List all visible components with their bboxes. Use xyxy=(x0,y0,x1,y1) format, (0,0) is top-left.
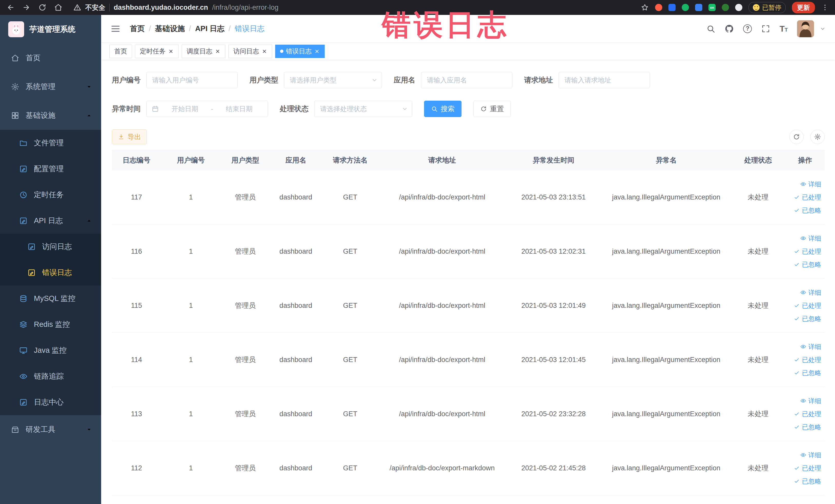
sidebar-item-error-log[interactable]: 错误日志 xyxy=(0,260,101,285)
search-button[interactable]: 搜索 xyxy=(424,101,462,117)
sidebar-item-mysql[interactable]: MySQL 监控 xyxy=(0,285,101,311)
search-icon[interactable] xyxy=(706,24,715,33)
sidebar-item-dev-tools[interactable]: 研发工具 xyxy=(0,415,101,444)
hamburger-icon[interactable] xyxy=(110,24,121,34)
tab-access-log[interactable]: 访问日志 xyxy=(228,45,272,58)
close-icon[interactable] xyxy=(314,48,320,54)
action-detail-link[interactable]: 详细 xyxy=(800,288,821,297)
sidebar-item-access-log[interactable]: 访问日志 xyxy=(0,234,101,260)
sidebar-item-system[interactable]: 系统管理 xyxy=(0,73,101,101)
refresh-icon xyxy=(793,133,800,140)
font-size-icon[interactable] xyxy=(779,25,788,33)
tab-job[interactable]: 定时任务 xyxy=(135,45,179,58)
browser-back-icon[interactable] xyxy=(6,3,15,12)
close-icon[interactable] xyxy=(262,48,267,54)
action-label: 详细 xyxy=(808,234,821,243)
action-ignore-link[interactable]: 已忽略 xyxy=(794,260,821,269)
app-name-cell: dashboard xyxy=(270,387,322,441)
action-ignore-link[interactable]: 已忽略 xyxy=(794,423,821,431)
action-detail-link[interactable]: 详细 xyxy=(800,180,821,188)
browser-reload-icon[interactable] xyxy=(38,3,47,12)
column-settings-button[interactable] xyxy=(810,130,825,144)
breadcrumb-item[interactable]: 基础设施 xyxy=(145,24,185,34)
sidebar-item-infra[interactable]: 基础设施 xyxy=(0,101,101,130)
sidebar-item-label: 配置管理 xyxy=(34,164,64,174)
action-ignore-link[interactable]: 已忽略 xyxy=(794,369,821,377)
action-ignore-link[interactable]: 已忽略 xyxy=(794,477,821,485)
sidebar-item-java[interactable]: Java 监控 xyxy=(0,337,101,363)
browser-home-icon[interactable] xyxy=(54,3,63,12)
action-ignore-link[interactable]: 已忽略 xyxy=(794,315,821,323)
action-detail-link[interactable]: 详细 xyxy=(800,451,821,459)
sidebar-item-job[interactable]: 定时任务 xyxy=(0,182,101,208)
close-icon[interactable] xyxy=(215,48,221,54)
process-status-select-input[interactable] xyxy=(314,101,412,117)
docpen-icon xyxy=(19,398,28,407)
help-icon[interactable] xyxy=(743,24,752,33)
paused-badge[interactable]: 已暂停 xyxy=(749,2,786,13)
user-type-select-input[interactable] xyxy=(284,72,382,88)
github-icon[interactable] xyxy=(725,24,734,33)
app-name-input[interactable] xyxy=(421,72,512,88)
action-detail-link[interactable]: 详细 xyxy=(800,234,821,243)
avatar-caret-icon[interactable] xyxy=(820,26,826,32)
action-processed-link[interactable]: 已处理 xyxy=(794,247,821,256)
browser-forward-icon[interactable] xyxy=(22,3,31,12)
browser-update-button[interactable]: 更新 xyxy=(792,2,815,13)
filter-user-id: 用户编号 xyxy=(112,72,238,88)
tab-job-log[interactable]: 调度日志 xyxy=(182,45,225,58)
address-bar[interactable]: 不安全 dashboard.yudao.iocoder.cn/infra/log… xyxy=(74,3,279,12)
action-processed-link[interactable]: 已处理 xyxy=(794,464,821,472)
action-processed-link[interactable]: 已处理 xyxy=(794,193,821,202)
browser-menu-icon[interactable] xyxy=(821,4,829,11)
end-date-placeholder: 结束日期 xyxy=(216,104,263,114)
close-icon[interactable] xyxy=(168,48,174,54)
column-header: 日志编号 xyxy=(112,150,161,170)
sidebar-item-file[interactable]: 文件管理 xyxy=(0,130,101,156)
bookmark-star-icon[interactable] xyxy=(641,3,649,12)
extension-icon[interactable] xyxy=(735,4,742,11)
user-type-select[interactable] xyxy=(284,72,382,88)
action-ignore-link[interactable]: 已忽略 xyxy=(794,206,821,215)
action-processed-link[interactable]: 已处理 xyxy=(794,410,821,418)
action-detail-link[interactable]: 详细 xyxy=(800,397,821,405)
action-processed-link[interactable]: 已处理 xyxy=(794,301,821,310)
refresh-table-button[interactable] xyxy=(789,130,804,144)
extension-icon[interactable] xyxy=(722,4,729,11)
sidebar-item-redis[interactable]: Redis 监控 xyxy=(0,311,101,337)
exception-cell: java.lang.IllegalArgumentException xyxy=(602,333,731,387)
sidebar-item-api-log[interactable]: API 日志 xyxy=(0,208,101,234)
sidebar-item-log-center[interactable]: 日志中心 xyxy=(0,389,101,415)
extension-icon[interactable] xyxy=(655,4,662,11)
tab-home[interactable]: 首页 xyxy=(109,45,132,58)
extension-icon[interactable] xyxy=(682,4,689,11)
toolbox-icon xyxy=(11,425,20,434)
user-id-input[interactable] xyxy=(146,72,238,88)
extension-icon[interactable] xyxy=(695,4,702,11)
extension-on-icon[interactable]: on xyxy=(709,4,716,11)
tab-error-log[interactable]: 错误日志 xyxy=(275,45,325,58)
tab-label: 定时任务 xyxy=(140,47,166,56)
action-detail-link[interactable]: 详细 xyxy=(800,343,821,351)
action-processed-link[interactable]: 已处理 xyxy=(794,356,821,364)
sidebar-item-home[interactable]: 首页 xyxy=(0,44,101,73)
user-avatar[interactable] xyxy=(797,20,814,37)
log-id-cell: 112 xyxy=(112,441,161,495)
sidebar-item-config[interactable]: 配置管理 xyxy=(0,156,101,182)
process-status-select[interactable] xyxy=(314,101,412,117)
eye-icon xyxy=(800,181,806,187)
user-id-cell: 1 xyxy=(161,279,221,333)
reset-button[interactable]: 重置 xyxy=(473,101,511,117)
time-cell: 2021-05-03 12:01:49 xyxy=(506,279,602,333)
check-icon xyxy=(794,424,800,430)
date-range-picker[interactable]: 开始日期 - 结束日期 xyxy=(146,101,268,117)
column-header: 请求地址 xyxy=(379,150,505,170)
breadcrumb-item[interactable]: 首页 xyxy=(130,24,145,34)
app-logo[interactable]: 芋道管理系统 xyxy=(0,15,101,44)
request-url-input[interactable] xyxy=(558,72,650,88)
extension-icon[interactable] xyxy=(668,4,676,11)
sidebar-item-trace[interactable]: 链路追踪 xyxy=(0,363,101,389)
fullscreen-icon[interactable] xyxy=(761,24,770,33)
breadcrumb-item[interactable]: API 日志 xyxy=(185,24,224,34)
export-button[interactable]: 导出 xyxy=(112,129,147,144)
